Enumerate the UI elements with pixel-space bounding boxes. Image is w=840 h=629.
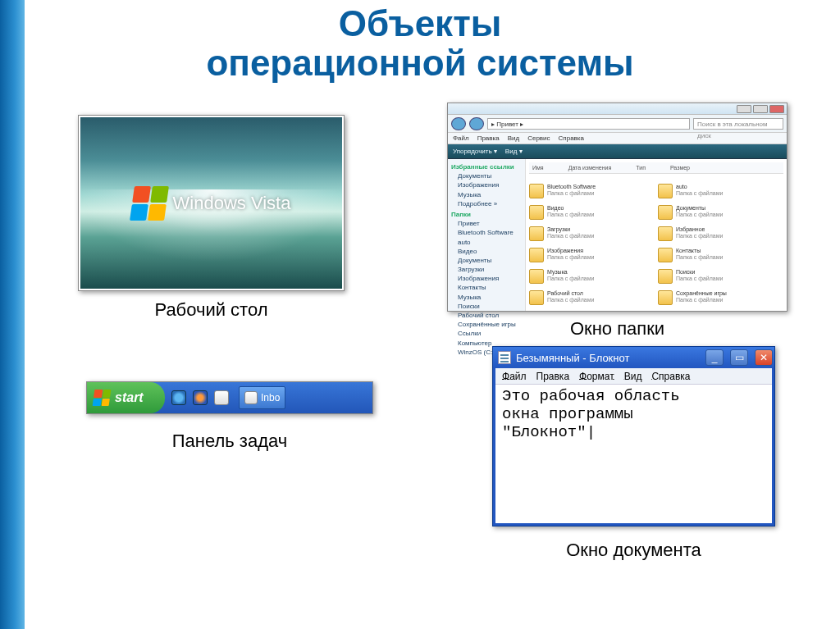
tree-item[interactable]: Контакты [451,283,522,292]
toolbar-organize[interactable]: Упорядочить ▾ [453,148,497,155]
notepad-screenshot: Безымянный - Блокнот _ ▭ ✕ Файл Правка Ф… [492,346,775,526]
folder-icon [658,184,673,198]
folder-icon [529,269,544,284]
start-button[interactable]: start [87,382,165,413]
explorer-menubar: Файл Правка Вид Сервис Справка [448,133,787,144]
explorer-titlebar [448,103,787,115]
folder-icon [658,290,673,305]
app-icon [244,391,258,404]
folder-icon [529,226,544,241]
tree-item[interactable]: Привет [451,219,522,228]
file-item[interactable]: autoПапка с файлами [658,184,783,203]
search-box[interactable]: Поиск в эта локальном диск [693,118,783,130]
file-item[interactable]: ПоискиПапка с файлами [658,269,783,289]
firefox-icon[interactable] [193,390,208,405]
slide-accent-sidebar [0,0,25,629]
menu-edit[interactable]: Правка [536,371,570,382]
tree-item[interactable]: Документы [451,256,522,265]
taskbar-screenshot: start Inbo [86,381,373,414]
file-item[interactable]: ДокументыПапка с файлами [658,205,783,225]
notepad-title-text: Безымянный - Блокнот [516,352,629,364]
folder-icon [529,290,544,305]
minimize-button[interactable] [737,105,751,113]
maximize-button[interactable]: ▭ [730,349,748,366]
vista-brand-text: Windows Vista [173,193,291,214]
title-line1: Объекты [0,4,840,43]
file-item[interactable]: ВидеоПапка с файлами [529,205,655,225]
file-item[interactable]: ИзображенияПапка с файлами [529,248,655,267]
notepad-text-area[interactable]: Это рабочая область окна программы "Блок… [495,385,772,502]
folder-icon [529,184,544,198]
caption-desktop: Рабочий стол [78,299,345,321]
address-bar[interactable]: ▸ Привет ▸ [487,118,690,130]
sidebar-link[interactable]: Подробнее » [451,199,522,208]
tree-item[interactable]: Видео [451,247,522,256]
folder-icon [529,248,544,262]
sidebar-link[interactable]: Музыка [451,190,522,199]
sidebar-link[interactable]: Документы [451,171,522,180]
sidebar-link[interactable]: Изображения [451,180,522,189]
slide-title: Объекты операционной системы [0,0,840,84]
tree-item[interactable]: Bluetooth Software [451,228,522,237]
menu-file[interactable]: Файл [453,134,469,142]
file-item[interactable]: Bluetooth SoftwareПапка с файлами [529,184,655,203]
menu-format[interactable]: Формат [579,371,614,382]
mail-icon[interactable] [214,390,229,405]
menu-tools[interactable]: Сервис [527,134,550,142]
tree-item[interactable]: Изображения [451,274,522,283]
explorer-toolbar: Упорядочить ▾ Вид ▾ [448,144,787,159]
nav-back-button[interactable] [451,117,466,130]
title-line2: операционной системы [0,43,840,83]
menu-view[interactable]: Вид [624,371,642,382]
taskbar-app-button[interactable]: Inbo [239,386,285,409]
column-headers: Имя Дата изменения Тип Размер [529,162,783,174]
explorer-file-pane: Имя Дата изменения Тип Размер Bluetooth … [526,159,787,311]
file-item[interactable]: ИзбранноеПапка с файлами [658,226,783,246]
folder-window-screenshot: ▸ Привет ▸ Поиск в эта локальном диск Фа… [447,103,788,312]
minimize-button[interactable]: _ [705,349,724,366]
file-item[interactable]: Сохранённые игрыПапка с файлами [658,290,783,310]
folder-icon [658,226,673,241]
tree-item[interactable]: Поиски [451,302,522,311]
file-item[interactable]: ЗагрузкиПапка с файлами [529,226,655,246]
caption-doc-window: Окно документа [492,540,775,561]
close-button[interactable]: ✕ [755,349,773,366]
tree-item[interactable]: Музыка [451,293,522,302]
nav-forward-button[interactable] [469,117,484,130]
folder-icon [529,205,544,220]
file-item[interactable]: МузыкаПапка с файлами [529,269,655,289]
notepad-icon [498,351,511,364]
folder-icon [658,269,673,284]
menu-file[interactable]: Файл [502,371,527,382]
windows-flag-icon [93,390,112,406]
close-button[interactable] [769,105,784,113]
menu-help[interactable]: Справка [651,371,690,382]
maximize-button[interactable] [753,105,768,113]
desktop-screenshot: Windows Vista [78,115,345,291]
notepad-titlebar: Безымянный - Блокнот _ ▭ ✕ [493,347,774,368]
tree-item[interactable]: Загрузки [451,265,522,274]
windows-flag-icon [130,186,169,221]
toolbar-view[interactable]: Вид ▾ [505,148,523,155]
folder-icon [658,248,673,262]
menu-view[interactable]: Вид [508,134,519,142]
menu-help[interactable]: Справка [559,134,584,142]
caption-taskbar: Панель задач [86,431,373,452]
caption-folder-window: Окно папки [447,318,788,340]
file-item[interactable]: КонтактыПапка с файлами [658,248,783,267]
folder-icon [658,205,673,220]
file-item[interactable]: Рабочий столПапка с файлами [529,290,655,310]
explorer-sidebar: Избранные ссылки Документы Изображения М… [448,159,526,311]
menu-edit[interactable]: Правка [477,134,500,142]
ie-icon[interactable] [171,390,186,405]
notepad-menubar: Файл Правка Формат Вид Справка [495,368,772,385]
tree-item[interactable]: auto [451,238,522,247]
